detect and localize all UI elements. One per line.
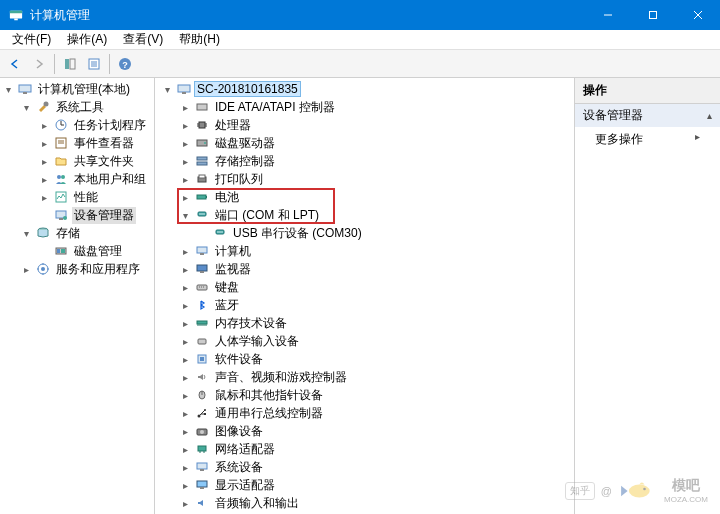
chevron-right-icon[interactable]: ▸ (179, 498, 191, 509)
device-usb-serial[interactable]: USB 串行设备 (COM30) (195, 224, 574, 242)
collapse-icon[interactable]: ▴ (707, 110, 712, 121)
chevron-right-icon[interactable]: ▸ (179, 390, 191, 401)
close-button[interactable] (675, 0, 720, 30)
device-display[interactable]: ▸显示适配器 (177, 476, 574, 494)
chevron-right-icon[interactable]: ▸ (179, 192, 191, 203)
svg-rect-54 (197, 195, 206, 199)
chevron-right-icon[interactable]: ▸ (179, 354, 191, 365)
show-hide-tree-button[interactable] (59, 53, 81, 75)
menu-view[interactable]: 查看(V) (115, 29, 171, 50)
back-button[interactable] (4, 53, 26, 75)
device-bluetooth[interactable]: ▸蓝牙 (177, 296, 574, 314)
nav-event-viewer[interactable]: ▸事件查看器 (36, 134, 154, 152)
chevron-right-icon[interactable]: ▸ (38, 174, 50, 185)
nav-storage[interactable]: ▾ 存储 (18, 224, 154, 242)
device-disk-drives[interactable]: ▸磁盘驱动器 (177, 134, 574, 152)
device-tree-pane[interactable]: ▾ SC-201810161835 ▸IDE ATA/ATAPI 控制器 ▸处理… (155, 78, 575, 514)
device-software[interactable]: ▸软件设备 (177, 350, 574, 368)
device-storage-ctrl[interactable]: ▸存储控制器 (177, 152, 574, 170)
help-button[interactable]: ? (114, 53, 136, 75)
device-memory[interactable]: ▸内存技术设备 (177, 314, 574, 332)
chevron-right-icon[interactable]: ▸ (179, 372, 191, 383)
device-sound[interactable]: ▸声音、视频和游戏控制器 (177, 368, 574, 386)
chevron-right-icon[interactable]: ▸ (179, 300, 191, 311)
device-mice[interactable]: ▸鼠标和其他指针设备 (177, 386, 574, 404)
device-monitors[interactable]: ▸监视器 (177, 260, 574, 278)
chevron-right-icon[interactable]: ▸ (179, 444, 191, 455)
nav-disk-mgmt[interactable]: 磁盘管理 (36, 242, 154, 260)
chevron-right-icon[interactable]: ▸ (179, 246, 191, 257)
disk-icon (194, 135, 210, 151)
device-audio-io[interactable]: ▸音频输入和输出 (177, 494, 574, 512)
menu-action[interactable]: 操作(A) (59, 29, 115, 50)
chevron-right-icon[interactable]: ▸ (179, 462, 191, 473)
nav-root[interactable]: ▾ 计算机管理(本地) (0, 80, 154, 98)
watermark-text: @ (601, 485, 612, 497)
chevron-right-icon[interactable]: ▸ (38, 192, 50, 203)
device-keyboards[interactable]: ▸键盘 (177, 278, 574, 296)
storage-ctrl-icon (194, 153, 210, 169)
device-ports[interactable]: ▾端口 (COM 和 LPT) (177, 206, 574, 224)
nav-device-manager[interactable]: 设备管理器 (36, 206, 154, 224)
device-imaging[interactable]: ▸图像设备 (177, 422, 574, 440)
nav-local-users[interactable]: ▸本地用户和组 (36, 170, 154, 188)
device-print-queue[interactable]: ▸打印队列 (177, 170, 574, 188)
chevron-right-icon[interactable]: ▸ (179, 336, 191, 347)
chevron-right-icon[interactable]: ▸ (179, 102, 191, 113)
chevron-right-icon[interactable]: ▸ (179, 264, 191, 275)
chevron-right-icon[interactable]: ▸ (38, 120, 50, 131)
users-icon (53, 171, 69, 187)
nav-shared-folders[interactable]: ▸共享文件夹 (36, 152, 154, 170)
nav-system-tools[interactable]: ▾ 系统工具 (18, 98, 154, 116)
chevron-right-icon[interactable]: ▸ (38, 156, 50, 167)
forward-button[interactable] (28, 53, 50, 75)
computer-small-icon (194, 243, 210, 259)
chevron-right-icon[interactable]: ▸ (179, 282, 191, 293)
chevron-right-icon[interactable]: ▸ (38, 138, 50, 149)
audio-io-icon (194, 495, 210, 511)
left-navigation-pane[interactable]: ▾ 计算机管理(本地) ▾ 系统工具 ▸任务计划程序 ▸事件查看器 (0, 78, 155, 514)
chevron-right-icon[interactable]: ▸ (179, 408, 191, 419)
chevron-down-icon[interactable]: ▾ (161, 84, 173, 95)
device-battery[interactable]: ▸电池 (177, 188, 574, 206)
device-computers[interactable]: ▸计算机 (177, 242, 574, 260)
toolbar-separator (54, 54, 55, 74)
device-network[interactable]: ▸网络适配器 (177, 440, 574, 458)
svg-rect-91 (197, 463, 207, 469)
chevron-right-icon[interactable]: ▸ (179, 318, 191, 329)
menu-help[interactable]: 帮助(H) (171, 29, 228, 50)
device-ide[interactable]: ▸IDE ATA/ATAPI 控制器 (177, 98, 574, 116)
chevron-right-icon[interactable]: ▸ (179, 480, 191, 491)
menubar: 文件(F) 操作(A) 查看(V) 帮助(H) (0, 30, 720, 50)
properties-button[interactable] (83, 53, 105, 75)
device-system[interactable]: ▸系统设备 (177, 458, 574, 476)
chevron-right-icon[interactable]: ▸ (179, 120, 191, 131)
chevron-down-icon[interactable]: ▾ (2, 84, 14, 95)
device-cpu[interactable]: ▸处理器 (177, 116, 574, 134)
device-computer-root[interactable]: ▾ SC-201810161835 (159, 80, 574, 98)
svg-rect-8 (70, 59, 75, 69)
maximize-button[interactable] (630, 0, 675, 30)
chevron-down-icon[interactable]: ▾ (179, 210, 191, 221)
chevron-down-icon[interactable]: ▾ (20, 102, 32, 113)
device-usb-ctrl[interactable]: ▸通用串行总线控制器 (177, 404, 574, 422)
chevron-right-icon[interactable]: ▸ (179, 426, 191, 437)
minimize-button[interactable] (585, 0, 630, 30)
device-hid[interactable]: ▸人体学输入设备 (177, 332, 574, 350)
chevron-right-icon[interactable]: ▸ (179, 138, 191, 149)
nav-task-scheduler[interactable]: ▸任务计划程序 (36, 116, 154, 134)
chevron-down-icon[interactable]: ▾ (20, 228, 32, 239)
menu-file[interactable]: 文件(F) (4, 29, 59, 50)
nav-performance[interactable]: ▸性能 (36, 188, 154, 206)
actions-subheader[interactable]: 设备管理器 ▴ (575, 104, 720, 127)
actions-more-label: 更多操作 (595, 132, 643, 146)
svg-rect-1 (10, 11, 22, 14)
chevron-right-icon[interactable]: ▸ (20, 264, 32, 275)
actions-more[interactable]: 更多操作 ▸ (575, 127, 720, 152)
svg-rect-7 (65, 59, 69, 69)
chevron-right-icon[interactable]: ▸ (179, 156, 191, 167)
ports-icon (194, 207, 210, 223)
nav-services-apps[interactable]: ▸服务和应用程序 (18, 260, 154, 278)
svg-rect-42 (197, 104, 207, 110)
chevron-right-icon[interactable]: ▸ (179, 174, 191, 185)
